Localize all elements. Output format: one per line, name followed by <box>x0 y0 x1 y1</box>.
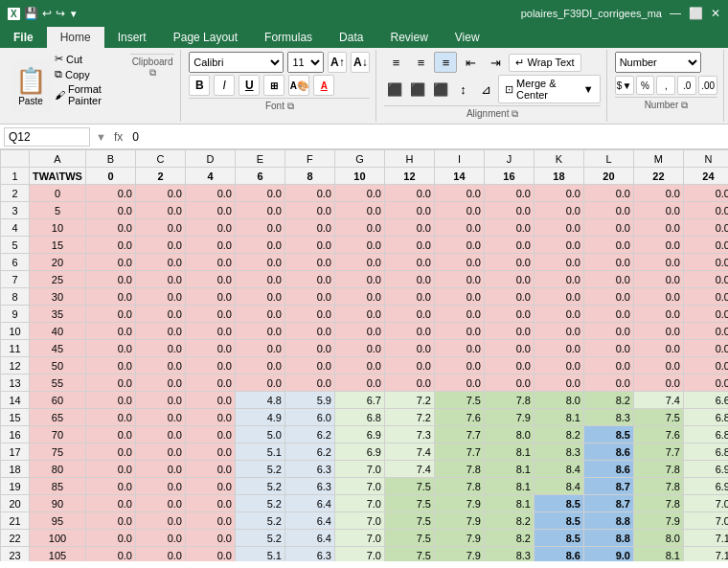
table-cell[interactable]: 0.0 <box>534 219 583 237</box>
table-cell[interactable]: 0.0 <box>235 357 284 375</box>
table-cell[interactable]: 0.0 <box>284 323 334 340</box>
table-cell[interactable]: 0.0 <box>633 375 683 392</box>
table-cell[interactable]: 6.9 <box>334 426 384 443</box>
table-cell[interactable]: 8.5 <box>583 426 633 443</box>
row-header[interactable]: 6 <box>1 254 30 271</box>
table-cell[interactable]: 7.1 <box>683 530 728 547</box>
table-cell[interactable]: 8.0 <box>633 530 683 547</box>
table-cell[interactable]: 6.3 <box>284 461 334 478</box>
underline-button[interactable]: U <box>239 75 260 96</box>
table-cell[interactable]: 0.0 <box>85 512 135 530</box>
table-cell[interactable]: 5.0 <box>235 426 284 443</box>
table-cell[interactable]: 0.0 <box>534 323 583 340</box>
table-cell[interactable]: 7.5 <box>384 530 434 547</box>
table-cell[interactable]: 0.0 <box>135 478 185 495</box>
table-cell[interactable]: 7.2 <box>384 392 434 409</box>
table-cell[interactable]: 0.0 <box>534 306 583 323</box>
row-header[interactable]: 20 <box>1 495 30 512</box>
table-cell[interactable]: 0.0 <box>583 185 633 202</box>
table-cell[interactable]: 7.1 <box>683 547 728 562</box>
table-cell[interactable]: 0.0 <box>583 323 633 340</box>
align-center-button[interactable]: ⬛ <box>407 79 428 100</box>
table-cell[interactable]: 0.0 <box>235 185 284 202</box>
table-cell[interactable]: 8.6 <box>583 461 633 478</box>
table-cell[interactable]: 4 <box>185 168 235 185</box>
table-cell[interactable]: 5.2 <box>235 512 284 530</box>
table-cell[interactable]: 0.0 <box>85 547 135 562</box>
row-header[interactable]: 5 <box>1 237 30 254</box>
table-cell[interactable]: 5 <box>30 202 86 219</box>
col-header-F[interactable]: F <box>284 150 334 168</box>
border-button[interactable]: ⊞ <box>263 75 284 96</box>
table-cell[interactable]: 0.0 <box>434 323 484 340</box>
table-cell[interactable]: 0.0 <box>185 323 235 340</box>
col-header-L[interactable]: L <box>583 150 633 168</box>
table-cell[interactable]: 0.0 <box>85 323 135 340</box>
name-box[interactable] <box>4 127 90 147</box>
table-cell[interactable]: 0.0 <box>85 306 135 323</box>
maximize-btn[interactable]: ⬜ <box>689 7 703 20</box>
table-cell[interactable]: 0.0 <box>135 271 185 288</box>
formula-expand-icon[interactable]: ▼ <box>94 131 108 143</box>
col-header-G[interactable]: G <box>334 150 384 168</box>
table-cell[interactable]: 0.0 <box>633 185 683 202</box>
table-cell[interactable]: 8.5 <box>534 495 583 512</box>
table-cell[interactable]: 8.7 <box>583 478 633 495</box>
table-cell[interactable]: 0.0 <box>334 340 384 357</box>
table-cell[interactable]: 24 <box>683 168 728 185</box>
table-cell[interactable]: 0.0 <box>434 306 484 323</box>
table-cell[interactable]: 0.0 <box>683 237 728 254</box>
table-cell[interactable]: 8.1 <box>484 443 534 461</box>
table-cell[interactable]: 0.0 <box>85 271 135 288</box>
table-cell[interactable]: 75 <box>30 443 86 461</box>
table-cell[interactable]: 7.0 <box>334 547 384 562</box>
font-color-button[interactable]: A <box>313 75 334 96</box>
table-cell[interactable]: 0.0 <box>633 202 683 219</box>
table-cell[interactable]: 0.0 <box>683 219 728 237</box>
table-cell[interactable]: 0.0 <box>384 306 434 323</box>
table-cell[interactable]: 0.0 <box>135 340 185 357</box>
row-header[interactable]: 7 <box>1 271 30 288</box>
table-cell[interactable]: 0.0 <box>434 357 484 375</box>
row-header[interactable]: 14 <box>1 392 30 409</box>
table-cell[interactable]: 7.5 <box>434 392 484 409</box>
table-cell[interactable]: 0.0 <box>633 306 683 323</box>
table-cell[interactable]: 7.7 <box>434 426 484 443</box>
table-cell[interactable]: 70 <box>30 426 86 443</box>
table-cell[interactable]: 6.2 <box>284 443 334 461</box>
table-cell[interactable]: 0.0 <box>484 306 534 323</box>
customize-arrow[interactable]: ▼ <box>69 9 79 19</box>
table-cell[interactable]: 0.0 <box>235 237 284 254</box>
table-cell[interactable]: 0 <box>30 185 86 202</box>
table-cell[interactable]: 5.2 <box>235 478 284 495</box>
table-cell[interactable]: 7.4 <box>384 443 434 461</box>
table-cell[interactable]: 20 <box>583 168 633 185</box>
table-cell[interactable]: 6.2 <box>284 426 334 443</box>
table-cell[interactable]: 0.0 <box>434 202 484 219</box>
table-cell[interactable]: 0.0 <box>583 219 633 237</box>
table-cell[interactable]: 5.1 <box>235 547 284 562</box>
table-cell[interactable]: 7.9 <box>484 409 534 426</box>
table-cell[interactable]: 0.0 <box>334 202 384 219</box>
table-cell[interactable]: 8.0 <box>534 392 583 409</box>
table-cell[interactable]: 0.0 <box>633 323 683 340</box>
row-header[interactable]: 11 <box>1 340 30 357</box>
table-cell[interactable]: 0.0 <box>135 495 185 512</box>
row-header[interactable]: 17 <box>1 443 30 461</box>
table-cell[interactable]: 35 <box>30 306 86 323</box>
table-cell[interactable]: 8.0 <box>484 426 534 443</box>
row-header[interactable]: 8 <box>1 288 30 306</box>
align-right-button[interactable]: ⬛ <box>430 79 451 100</box>
table-cell[interactable]: 8.1 <box>484 461 534 478</box>
table-cell[interactable]: 8.2 <box>583 392 633 409</box>
font-size-select[interactable]: 11 <box>287 52 324 73</box>
table-cell[interactable]: 0.0 <box>534 357 583 375</box>
table-cell[interactable]: 6 <box>235 168 284 185</box>
table-cell[interactable]: 4.9 <box>235 409 284 426</box>
table-cell[interactable]: 0.0 <box>334 323 384 340</box>
table-cell[interactable]: 0.0 <box>683 340 728 357</box>
table-cell[interactable]: 0.0 <box>484 271 534 288</box>
table-cell[interactable]: 0.0 <box>534 271 583 288</box>
clipboard-expand-icon[interactable]: ⧉ <box>149 67 156 78</box>
table-cell[interactable]: 5.9 <box>284 392 334 409</box>
